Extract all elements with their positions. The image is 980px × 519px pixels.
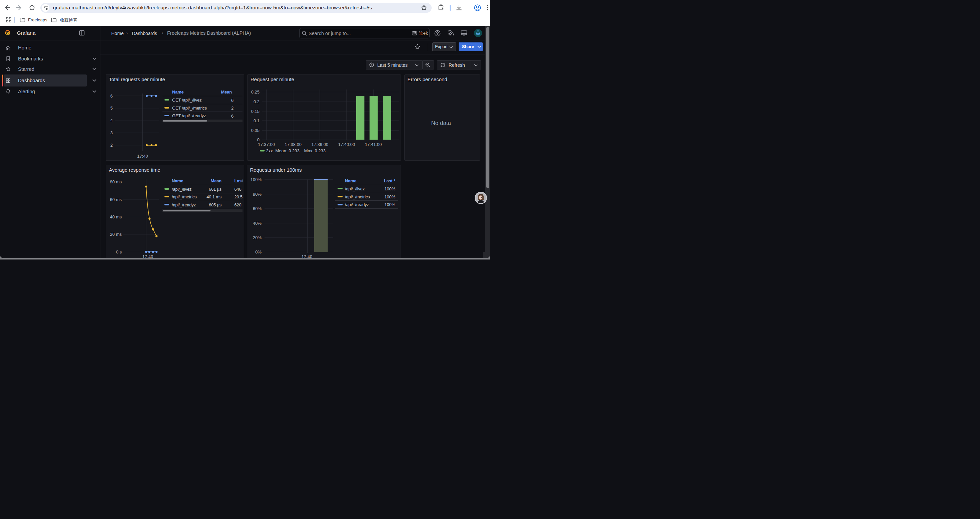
svg-text:100%: 100%	[250, 177, 261, 182]
svg-text:0.25: 0.25	[251, 89, 259, 94]
svg-text:Mean: 0.233: Mean: 0.233	[275, 148, 299, 153]
svg-text:Max: 0.233: Max: 0.233	[304, 148, 326, 153]
svg-text:17:39:00: 17:39:00	[312, 142, 329, 147]
svg-text:17:38:00: 17:38:00	[285, 142, 302, 147]
svg-text:80%: 80%	[253, 192, 261, 197]
svg-text:60%: 60%	[253, 206, 261, 211]
svg-text:0%: 0%	[255, 249, 261, 254]
svg-text:40 ms: 40 ms	[110, 214, 122, 219]
svg-text:17:40:00: 17:40:00	[338, 142, 355, 147]
svg-text:40%: 40%	[253, 220, 261, 225]
svg-text:20%: 20%	[253, 235, 261, 240]
svg-text:0: 0	[257, 137, 259, 142]
svg-text:0.2: 0.2	[253, 99, 259, 104]
svg-text:4: 4	[110, 118, 112, 123]
svg-text:0.05: 0.05	[251, 128, 259, 133]
svg-text:17:40: 17:40	[137, 153, 148, 159]
svg-text:3: 3	[110, 130, 112, 135]
svg-text:17:41:00: 17:41:00	[365, 142, 382, 147]
svg-text:17:37:00: 17:37:00	[258, 142, 275, 147]
svg-text:6: 6	[110, 94, 112, 99]
svg-text:0.1: 0.1	[253, 118, 259, 123]
svg-text:0 s: 0 s	[116, 249, 122, 254]
svg-text:2: 2	[110, 143, 112, 148]
svg-text:20 ms: 20 ms	[110, 232, 122, 237]
svg-text:80 ms: 80 ms	[110, 179, 122, 184]
svg-text:2xx: 2xx	[266, 148, 273, 153]
svg-text:60 ms: 60 ms	[110, 197, 122, 202]
svg-text:5: 5	[110, 105, 112, 110]
svg-text:0.15: 0.15	[251, 109, 259, 114]
